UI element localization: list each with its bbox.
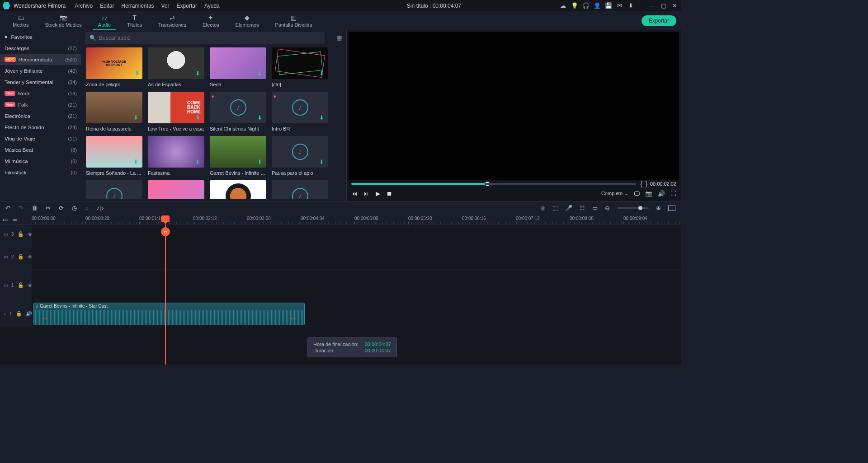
track-manage-icon[interactable]: ▭ [3, 216, 8, 223]
asset-thumb[interactable]: ⬇ [210, 180, 266, 199]
minimize-icon[interactable]: — [649, 2, 656, 9]
sidebar-item[interactable]: Música Beat(8) [0, 144, 81, 155]
asset-item[interactable]: ♦♪⬇Intro BR [272, 92, 328, 131]
tab-audio[interactable]: ♪♪Audio [90, 13, 119, 29]
sidebar-item[interactable]: Vlog de Viaje(11) [0, 133, 81, 144]
download-icon[interactable]: ⬇ [133, 114, 141, 122]
sidebar-item[interactable]: NewRock(16) [0, 88, 81, 99]
mail-icon[interactable]: ✉ [616, 2, 623, 9]
asset-item[interactable]: ⬇As de Espadas [148, 47, 204, 87]
sidebar-item[interactable]: HOTRecomendado(500) [0, 54, 81, 65]
lightbulb-icon[interactable]: 💡 [571, 2, 578, 9]
asset-thumb[interactable]: ♪⬇ [86, 180, 142, 199]
sidebar-item[interactable]: NewFolk(21) [0, 99, 81, 110]
sidebar-item[interactable]: Filmstock(0) [0, 167, 81, 178]
lock-icon[interactable]: 🔓 [18, 282, 24, 288]
menu-ayuda[interactable]: Ayuda [201, 3, 223, 9]
sidebar-item[interactable]: Jóven y Brillante(40) [0, 65, 81, 76]
lock-icon[interactable]: 🔓 [18, 231, 24, 237]
volume-icon[interactable]: 🔊 [658, 190, 665, 197]
asset-thumb[interactable]: ⬇ [148, 47, 204, 79]
headphones-icon[interactable]: 🎧 [582, 2, 589, 9]
asset-thumb[interactable]: ♪⬇ [272, 136, 328, 168]
split-icon[interactable]: ✂ [46, 205, 51, 211]
mixer-icon[interactable]: ☷ [580, 205, 585, 211]
track-body[interactable] [32, 244, 681, 269]
asset-item[interactable]: ⬇Garret Bevins - Infinite - ... [210, 136, 266, 176]
playhead-cut-icon[interactable]: ✂ [161, 227, 170, 236]
asset-thumb[interactable]: ⬇ [86, 136, 142, 168]
asset-item[interactable]: ♪⬇Disparo láser [86, 180, 142, 199]
asset-thumb[interactable]: ⬇ [272, 47, 328, 79]
asset-item[interactable]: ♪⬇Mouse click [272, 180, 328, 199]
search-input[interactable] [99, 35, 320, 41]
user-icon[interactable]: 👤 [594, 2, 600, 9]
download-icon[interactable]: ⬇ [319, 70, 326, 77]
asset-thumb[interactable]: HIGH VOLTAGEKEEP OUT⬇ [86, 47, 142, 79]
sidebar-item[interactable]: Tender y Sentimental(34) [0, 76, 81, 88]
mix-icon[interactable]: ◉ [540, 205, 545, 211]
asset-thumb[interactable]: ⬇ [148, 180, 204, 199]
tab-títulos[interactable]: TTítulos [119, 13, 150, 29]
preview-scrubber[interactable] [351, 183, 636, 185]
speed-icon[interactable]: ⟳ [59, 205, 64, 211]
download-icon[interactable]: ⬇ [627, 2, 634, 9]
track-body[interactable] [32, 224, 681, 244]
render-icon[interactable]: ▭ [592, 205, 598, 211]
play-pause-icon[interactable]: ⏯ [363, 190, 369, 197]
zoom-slider[interactable] [617, 207, 649, 209]
preview-viewport[interactable] [349, 32, 679, 180]
zoom-out-icon[interactable]: ⊖ [605, 205, 610, 211]
tab-medios[interactable]: 🗀Medios [5, 13, 37, 29]
track-body[interactable] [32, 270, 681, 301]
sidebar-item[interactable]: Descargas(27) [0, 42, 81, 54]
export-button[interactable]: Exportar [642, 15, 676, 26]
menu-archivo[interactable]: Archivo [71, 3, 96, 9]
asset-item[interactable]: ⬇No lo detengas [148, 180, 204, 199]
lock-icon[interactable]: 🔓 [16, 311, 22, 317]
zoom-handle[interactable] [638, 206, 642, 210]
display-icon[interactable]: 🖵 [634, 190, 640, 197]
audio-clip[interactable]: ♪Garret Bevins - Infinite - Star Dust → … [33, 303, 305, 325]
scrubber-handle[interactable] [485, 182, 490, 186]
zoom-in-icon[interactable]: ⊕ [656, 205, 661, 211]
speaker-icon[interactable]: 🔊 [26, 311, 32, 317]
asset-item[interactable]: ♦♪⬇Silent Christmas Night [210, 92, 266, 131]
menu-herramientas[interactable]: Herramientas [118, 3, 158, 9]
stop-icon[interactable]: ⏹ [387, 190, 392, 197]
marker-icon[interactable]: ⬚ [552, 205, 558, 211]
search-box[interactable]: 🔍 [85, 32, 325, 44]
sidebar-item[interactable]: Electrónica(21) [0, 110, 81, 122]
asset-thumb[interactable]: ♦♪⬇ [272, 92, 328, 123]
tab-stock-de-medios[interactable]: 📷Stock de Medios [37, 13, 90, 29]
save-icon[interactable]: 💾 [605, 2, 612, 9]
playhead-head[interactable] [161, 215, 170, 222]
download-icon[interactable]: ⬇ [133, 70, 141, 77]
track-body[interactable]: ♪Garret Bevins - Infinite - Star Dust → … [32, 301, 681, 326]
asset-thumb[interactable]: ⬇ [86, 92, 142, 123]
playhead[interactable]: ✂ [165, 224, 166, 365]
quality-dropdown[interactable]: Completo ⌄ [601, 191, 628, 196]
tab-efectos[interactable]: ✦Efectos [194, 13, 227, 29]
snapshot-icon[interactable]: 📷 [645, 190, 652, 197]
download-icon[interactable]: ⬇ [319, 159, 326, 166]
download-icon[interactable]: ⬇ [195, 159, 203, 166]
link-icon[interactable]: ⫘ [12, 216, 18, 223]
delete-icon[interactable]: 🗑 [32, 205, 38, 211]
sidebar-item[interactable]: ♥Favoritos [0, 31, 81, 42]
grid-view-icon[interactable]: ▦ [336, 34, 343, 42]
asset-thumb[interactable]: COMEBACKHOME⬇ [148, 92, 204, 123]
asset-item[interactable]: ♪⬇Pausa para el apio [272, 136, 328, 176]
tab-transiciones[interactable]: ⇄Transiciones [150, 13, 194, 29]
download-icon[interactable]: ⬇ [195, 114, 203, 122]
asset-item[interactable]: COMEBACKHOME⬇Low Tree - Vuelve a casa [148, 92, 204, 131]
asset-item[interactable]: ⬇Cinta Roja [210, 180, 266, 199]
asset-thumb[interactable]: ⬇ [148, 136, 204, 168]
tab-pantalla-dividida[interactable]: ▥Pantalla Dividida [267, 13, 321, 29]
timeline-ruler[interactable]: ▭ ⫘ 00:00:00:0000:00:00:2000:00:01:1600:… [0, 215, 681, 224]
download-icon[interactable]: ⬇ [319, 114, 326, 122]
zoom-fit-icon[interactable] [668, 206, 675, 211]
download-icon[interactable]: ⬇ [257, 159, 264, 166]
sidebar-item[interactable]: Mi música(0) [0, 155, 81, 167]
tab-elementos[interactable]: ◆Elementos [227, 13, 267, 29]
